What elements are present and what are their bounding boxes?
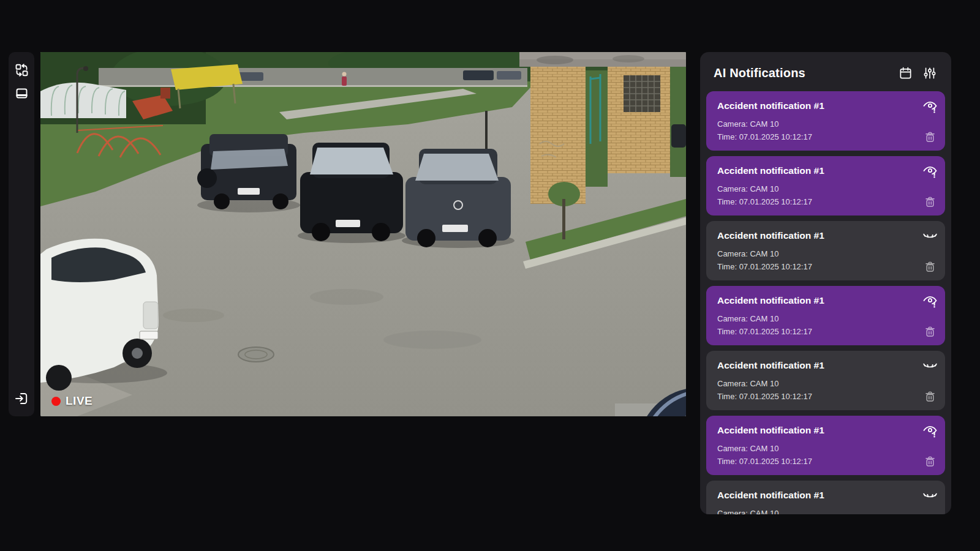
main-camera-feed: LIVE [40, 52, 686, 416]
notification-time: Time: 07.01.2025 10:12:17 [717, 390, 910, 403]
live-dot-icon [51, 397, 61, 406]
notification-title: Accident notification #1 [717, 295, 910, 306]
notification-camera: Camera: CAM 10 [717, 247, 910, 260]
notification-card[interactable]: Accident notification #1 Camera: CAM 10 … [706, 481, 945, 514]
panel-title: AI Notifications [714, 66, 889, 80]
notification-camera: Camera: CAM 10 [717, 312, 910, 325]
delete-notification-button[interactable] [924, 195, 937, 208]
notification-time: Time: 07.01.2025 10:12:17 [717, 195, 910, 208]
calendar-filter-button[interactable] [897, 65, 913, 81]
notification-time: Time: 07.01.2025 10:12:17 [717, 130, 910, 143]
live-badge: LIVE [51, 394, 92, 408]
eye-closed-icon [922, 229, 938, 244]
notification-title: Accident notification #1 [717, 425, 910, 436]
trash-icon [924, 195, 937, 208]
trash-icon [924, 325, 937, 338]
camera-scene-illustration [40, 52, 686, 416]
trash-icon [924, 130, 937, 143]
notification-camera: Camera: CAM 10 [717, 182, 910, 195]
notification-camera: Camera: CAM 10 [717, 442, 910, 455]
notifications-list: Accident notification #1 Camera: CAM 10 … [700, 91, 951, 514]
notification-card[interactable]: Accident notification #1 Camera: CAM 10 … [706, 351, 945, 410]
notification-card[interactable]: Accident notification #1 Camera: CAM 10 … [706, 221, 945, 280]
thumbnail-strip: Cam 10 Cam 10 LIVE Cam 10 No signal Cam … [0, 421, 700, 504]
mark-viewed-button[interactable] [922, 294, 938, 309]
notification-camera: Camera: CAM 10 [717, 377, 910, 390]
eye-alert-icon [922, 99, 938, 114]
filter-settings-button[interactable] [922, 65, 938, 81]
delete-notification-button[interactable] [924, 260, 937, 273]
notification-card[interactable]: Accident notification #1 Camera: CAM 10 … [706, 286, 945, 345]
notifications-panel: AI Notifications Accident notificati [700, 52, 951, 514]
app-window: LIVE Cam 10 Cam 10 LIVE Cam 10 No [0, 0, 980, 551]
delete-notification-button[interactable] [924, 455, 937, 468]
layout-panel-button[interactable] [9, 81, 34, 105]
notification-time: Time: 07.01.2025 10:12:17 [717, 455, 910, 468]
eye-alert-icon [922, 424, 938, 439]
notification-camera: Camera: CAM 10 [717, 507, 910, 514]
viewed-toggle-button[interactable] [922, 229, 938, 244]
layout-swap-button[interactable] [9, 58, 34, 81]
delete-notification-button[interactable] [924, 130, 937, 143]
trash-icon [924, 260, 937, 273]
notification-camera: Camera: CAM 10 [717, 118, 910, 130]
notification-time: Time: 07.01.2025 10:12:17 [717, 325, 910, 338]
notification-card[interactable]: Accident notification #1 Camera: CAM 10 … [706, 416, 945, 475]
eye-closed-icon [922, 489, 938, 504]
viewed-toggle-button[interactable] [922, 489, 938, 504]
exit-button[interactable] [9, 387, 34, 410]
eye-closed-icon [922, 359, 938, 374]
notification-title: Accident notification #1 [717, 360, 910, 371]
trash-icon [924, 455, 937, 468]
eye-alert-icon [922, 294, 938, 309]
notification-card[interactable]: Accident notification #1 Camera: CAM 10 … [706, 156, 945, 216]
left-sidebar [9, 52, 34, 416]
notification-title: Accident notification #1 [717, 490, 910, 501]
layout-panel-icon [14, 86, 29, 101]
delete-notification-button[interactable] [924, 390, 937, 403]
notification-title: Accident notification #1 [717, 165, 910, 176]
mark-viewed-button[interactable] [922, 424, 938, 439]
mark-viewed-button[interactable] [922, 164, 938, 179]
notification-card[interactable]: Accident notification #1 Camera: CAM 10 … [706, 91, 945, 151]
filter-sliders-icon [923, 66, 937, 80]
notification-time: Time: 07.01.2025 10:12:17 [717, 260, 910, 273]
eye-alert-icon [922, 164, 938, 179]
delete-notification-button[interactable] [924, 325, 937, 338]
trash-icon [924, 390, 937, 403]
notifications-header: AI Notifications [700, 52, 951, 91]
notification-title: Accident notification #1 [717, 100, 910, 111]
viewed-toggle-button[interactable] [922, 359, 938, 374]
notification-title: Accident notification #1 [717, 230, 910, 241]
exit-icon [13, 391, 29, 407]
calendar-icon [899, 66, 913, 80]
layout-swap-icon [14, 62, 29, 78]
mark-viewed-button[interactable] [922, 99, 938, 114]
live-label: LIVE [66, 394, 92, 408]
